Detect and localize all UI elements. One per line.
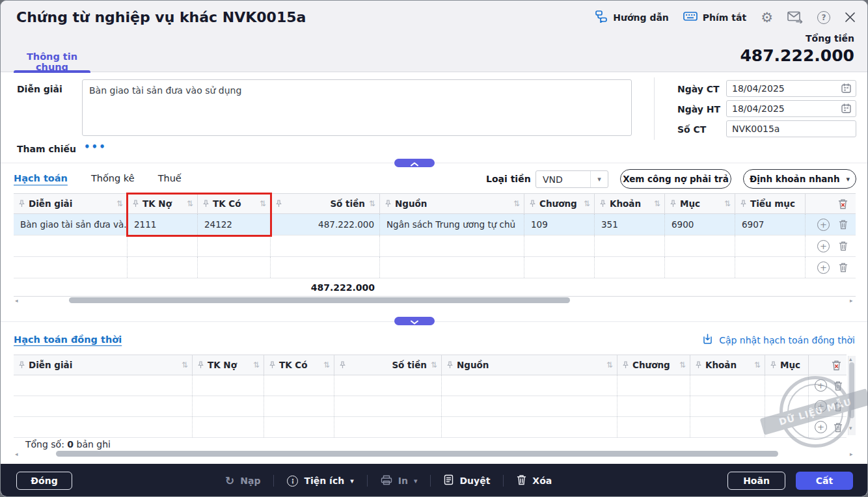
table-row[interactable]: +: [14, 417, 847, 438]
add-row-icon[interactable]: +: [815, 400, 827, 412]
col-header-muc[interactable]: Mục ⇅: [665, 194, 735, 213]
horizontal-scrollbar[interactable]: [69, 297, 570, 303]
table-row[interactable]: +: [14, 375, 847, 396]
description-label: Diễn giải: [17, 84, 62, 94]
tab-thue[interactable]: Thuế: [158, 173, 182, 183]
col-header-so-tien[interactable]: Số tiền ⇅: [271, 194, 380, 213]
tab-thong-ke[interactable]: Thống kê: [91, 173, 135, 183]
scroll-down-icon[interactable]: ▾: [849, 425, 852, 431]
add-row-icon[interactable]: +: [815, 421, 827, 433]
add-row-icon[interactable]: +: [817, 219, 830, 231]
delete-row-icon[interactable]: [839, 241, 848, 251]
calendar-icon[interactable]: [841, 103, 851, 113]
close-icon[interactable]: [845, 12, 856, 23]
save-button[interactable]: Cất: [796, 472, 853, 490]
col-header-nguon[interactable]: Nguồn ⇅: [380, 194, 524, 213]
col-header-muc-clipped[interactable]: Mục: [765, 355, 809, 375]
delete-row-icon[interactable]: [834, 401, 843, 412]
tab-thong-tin-chung[interactable]: Thông tin chung: [14, 51, 90, 72]
chevron-down-icon: ▾: [847, 175, 850, 183]
refresh-icon: ↻: [225, 474, 234, 487]
sort-icon: ⇅: [606, 360, 613, 369]
total-amount: 487.222.000: [271, 282, 380, 293]
col-header-chuong[interactable]: Chương ⇅: [524, 194, 595, 213]
keyboard-icon: [683, 11, 698, 23]
add-row-icon[interactable]: +: [817, 240, 830, 252]
shortcut-button[interactable]: Phím tắt: [683, 11, 746, 23]
section1-tabs: Hạch toán Thống kê Thuế: [14, 173, 182, 183]
calendar-icon[interactable]: [841, 83, 851, 93]
gear-icon[interactable]: ⚙: [761, 11, 773, 24]
col-header-tk-co[interactable]: TK Có ⇅: [264, 355, 334, 375]
delete-all-rows-icon[interactable]: [832, 360, 841, 371]
voucher-number-input[interactable]: [726, 120, 856, 137]
col-header-so-tien[interactable]: Số tiền ⇅: [334, 355, 442, 375]
sort-icon: ⇅: [431, 360, 437, 369]
table-row[interactable]: Bàn giao tài sản đưa và... 2111 24122 48…: [14, 214, 856, 235]
total-amount-label: Tổng tiền: [806, 33, 854, 44]
col-header-nguon[interactable]: Nguồn ⇅: [442, 355, 617, 375]
delete-row-icon[interactable]: [839, 219, 848, 230]
col-header-actions: [809, 355, 847, 375]
add-row-icon[interactable]: +: [817, 262, 830, 274]
voucher-date-input[interactable]: [726, 80, 856, 97]
view-payables-button[interactable]: Xem công nợ phải trả: [620, 169, 731, 189]
table-row[interactable]: +: [14, 257, 856, 278]
guide-button[interactable]: Hướng dẫn: [595, 10, 669, 25]
vertical-scrollbar[interactable]: [849, 362, 854, 418]
window-header: Chứng từ nghiệp vụ khác NVK0015a Hướng d…: [1, 1, 868, 72]
tab-hach-toan[interactable]: Hạch toán: [14, 173, 68, 183]
scroll-right-icon[interactable]: ▸: [850, 297, 853, 304]
scroll-right-icon[interactable]: ▸: [850, 451, 853, 457]
reload-button[interactable]: ↻ Nạp: [225, 474, 260, 487]
postpone-button[interactable]: Hoãn: [727, 472, 785, 490]
scroll-left-icon[interactable]: ◂: [15, 451, 18, 457]
expand-section-button[interactable]: [394, 317, 435, 325]
print-button[interactable]: In ▾: [381, 475, 418, 487]
table-row[interactable]: +: [14, 396, 847, 417]
quick-entry-button[interactable]: Định khoản nhanh ▾: [743, 169, 856, 189]
send-mail-icon[interactable]: [787, 11, 803, 23]
approve-button[interactable]: Duyệt: [444, 474, 490, 487]
simultaneous-accounting-link[interactable]: Hạch toán đồng thời: [14, 334, 122, 345]
col-header-dien-giai[interactable]: Diễn giải ⇅: [14, 194, 128, 213]
col-header-tieu-muc[interactable]: Tiểu mục: [735, 194, 806, 213]
footer-divider: [503, 475, 504, 487]
add-row-icon[interactable]: +: [815, 379, 827, 392]
table-total-row: 487.222.000: [14, 278, 856, 297]
sort-icon: ⇅: [584, 199, 590, 208]
delete-row-icon[interactable]: [834, 422, 843, 433]
delete-all-rows-icon[interactable]: [838, 198, 848, 209]
collapse-form-button[interactable]: [394, 159, 435, 167]
sort-icon: ⇅: [187, 199, 193, 208]
close-button[interactable]: Đóng: [16, 472, 72, 490]
posting-date-input[interactable]: [726, 100, 856, 117]
description-input[interactable]: Bàn giao tài sản đưa vào sử dụng: [82, 79, 632, 136]
col-header-khoan[interactable]: Khoản ⇅: [595, 194, 665, 213]
currency-select[interactable]: VND ▾: [536, 170, 608, 188]
simultaneous-accounting-table: Diễn giải ⇅ TK Nợ ⇅ TK Có ⇅ Số tiền ⇅ Ng…: [14, 355, 847, 438]
chevron-down-icon: ▾: [590, 171, 608, 187]
delete-row-icon[interactable]: [839, 262, 848, 273]
horizontal-scrollbar[interactable]: [56, 451, 778, 457]
col-header-dien-giai[interactable]: Diễn giải ⇅: [14, 355, 193, 375]
scroll-up-icon[interactable]: ▴: [849, 356, 852, 362]
help-icon[interactable]: ?: [817, 11, 830, 24]
col-header-khoan[interactable]: Khoản ⇅: [690, 355, 765, 375]
col-header-tk-co[interactable]: TK Có ⇅: [198, 194, 271, 213]
col-header-tk-no[interactable]: TK Nợ ⇅: [128, 194, 198, 213]
sort-icon: ⇅: [260, 199, 266, 208]
currency-value: VND: [536, 174, 590, 185]
update-simultaneous-accounting-link[interactable]: Cập nhật hạch toán đồng thời: [702, 334, 855, 347]
col-header-chuong[interactable]: Chương ⇅: [617, 355, 690, 375]
sort-icon: ⇅: [513, 199, 520, 208]
table-header-row: Diễn giải ⇅ TK Nợ ⇅ TK Có ⇅ Số tiền ⇅ Ng…: [14, 193, 856, 214]
table-row[interactable]: +: [14, 235, 856, 257]
utilities-button[interactable]: ⋮ Tiện ích ▾: [287, 476, 353, 487]
delete-button[interactable]: Xóa: [517, 474, 552, 487]
scroll-left-icon[interactable]: ◂: [15, 297, 18, 304]
reference-more-button[interactable]: •••: [84, 141, 107, 153]
delete-row-icon[interactable]: [834, 381, 843, 391]
col-header-tk-no[interactable]: TK Nợ ⇅: [193, 355, 264, 375]
sort-icon: ⇅: [679, 360, 686, 369]
